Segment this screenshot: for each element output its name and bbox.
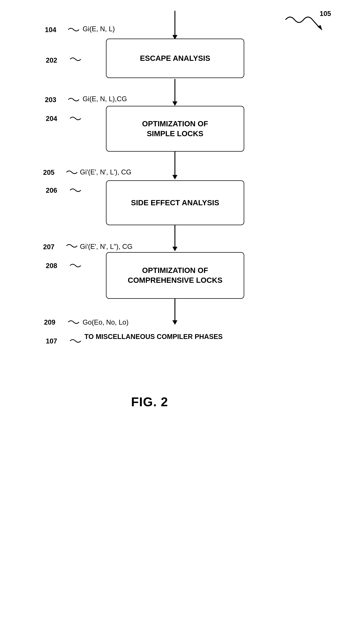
ref-208: 208	[46, 262, 57, 270]
ref-206: 206	[46, 186, 57, 194]
svg-marker-11	[317, 25, 322, 30]
label-gi-prime-2: Gi'(E', N', L"), CG	[80, 243, 133, 250]
ref-105: 105	[320, 10, 331, 18]
label-gi-en-l-cg: Gi(E, N, L),CG	[83, 95, 127, 103]
ref-104: 104	[45, 26, 56, 34]
diagram-container: 105 104 Gi(E, N, L) ESCAPE ANALYSIS 202 …	[0, 0, 350, 644]
label-gi-prime-1: Gi'(E', N', L'), CG	[80, 168, 131, 176]
svg-line-10	[312, 20, 320, 28]
svg-marker-5	[172, 175, 177, 180]
label-gi-en-l: Gi(E, N, L)	[83, 25, 115, 33]
ref-209: 209	[44, 318, 55, 326]
box-side-effect: SIDE EFFECT ANALYSIS	[106, 180, 244, 225]
box-comp-locks: OPTIMIZATION OF COMPREHENSIVE LOCKS	[106, 252, 244, 299]
svg-marker-3	[172, 102, 177, 106]
label-misc: TO MISCELLANEOUS COMPILER PHASES	[84, 332, 223, 342]
ref-203: 203	[45, 96, 56, 104]
ref-205: 205	[43, 169, 54, 176]
box-simple-locks: OPTIMIZATION OF SIMPLE LOCKS	[106, 106, 244, 152]
svg-marker-9	[172, 320, 177, 325]
ref-107: 107	[46, 337, 57, 345]
box-escape-analysis: ESCAPE ANALYSIS	[106, 38, 244, 78]
ref-207: 207	[43, 243, 54, 251]
svg-marker-7	[172, 247, 177, 251]
fig-caption: FIG. 2	[131, 395, 168, 409]
ref-204: 204	[46, 115, 57, 122]
ref-202: 202	[46, 56, 57, 64]
label-go: Go(Eo, No, Lo)	[83, 318, 129, 326]
